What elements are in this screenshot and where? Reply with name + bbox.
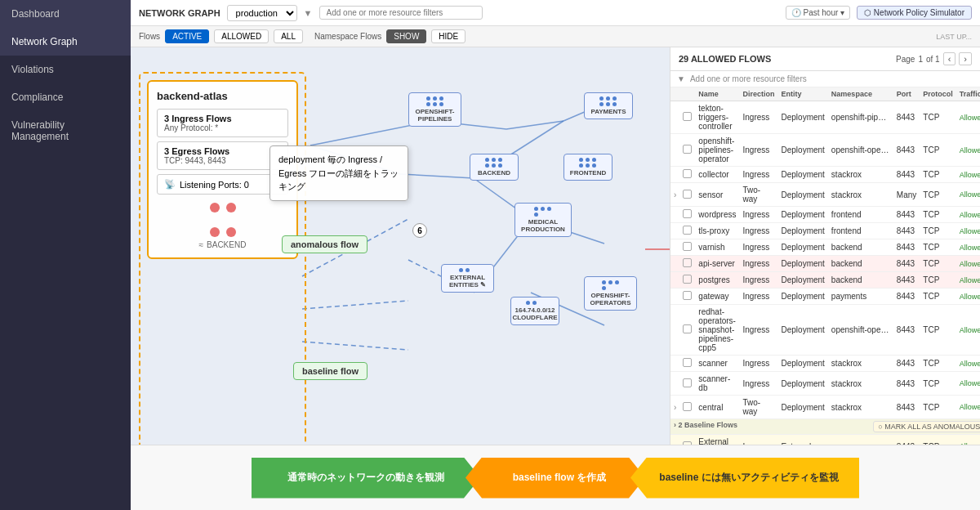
traffic-cell: Allowed	[956, 183, 980, 207]
checkbox-cell[interactable]	[679, 167, 695, 183]
node-backend[interactable]: BACKEND	[470, 154, 519, 181]
checkbox-cell[interactable]	[679, 272, 695, 289]
tab-hide[interactable]: HIDE	[431, 29, 466, 43]
port-cell: 8443	[893, 305, 920, 356]
network-graph[interactable]: backend-atlas 3 Ingress Flows Any Protoc…	[131, 47, 670, 445]
cb-cell[interactable]	[679, 435, 695, 445]
protocol-cell: TCP	[920, 207, 956, 223]
tab-show[interactable]: SHOW	[386, 29, 426, 43]
port-cell: Many	[893, 183, 920, 207]
proto-cell: TCP	[920, 435, 956, 445]
node-medical[interactable]: MEDICAL PRODUCTION	[514, 203, 572, 237]
direction-cell: Two-way	[739, 183, 777, 207]
entity-cell: Deployment	[778, 239, 828, 256]
node-dots-ops	[602, 280, 620, 290]
protocol-cell: TCP	[920, 356, 956, 372]
col-protocol: Protocol	[920, 87, 956, 101]
protocol-cell: TCP	[920, 239, 956, 256]
node-payments[interactable]: PAYMENTS	[584, 92, 633, 119]
port-cell: 8443	[893, 207, 920, 223]
direction-cell: Ingress	[739, 372, 777, 396]
table-row: gateway Ingress Deployment payments 8443…	[670, 289, 980, 305]
sidebar-item-vulnerability[interactable]: Vulnerability Management	[0, 111, 131, 150]
protocol-cell: TCP	[920, 256, 956, 272]
expand-cell	[670, 305, 679, 356]
baseline-callout: baseline flow	[293, 362, 368, 380]
pagination: Page 1 of 1 ‹ ›	[896, 52, 972, 65]
checkbox-cell[interactable]	[679, 372, 695, 396]
tab-active[interactable]: ACTIVE	[165, 29, 209, 43]
checkbox-cell[interactable]	[679, 256, 695, 272]
name-cell: openshift-pipelines-operator	[695, 134, 739, 167]
node-cloudflare[interactable]: 164.74.0.0/12 CLOUDFLARE	[510, 297, 559, 325]
name-cell: scanner	[695, 356, 739, 372]
checkbox-cell[interactable]	[679, 101, 695, 134]
checkbox-cell[interactable]	[679, 356, 695, 372]
sidebar-item-violations[interactable]: Violations	[0, 56, 131, 83]
sidebar-item-compliance[interactable]: Compliance	[0, 83, 131, 111]
port-cell: 8443	[893, 372, 920, 396]
badge-number: 6	[412, 223, 427, 238]
checkbox-cell[interactable]	[679, 134, 695, 167]
flows-label: Flows	[139, 32, 160, 41]
direction-cell: Ingress	[739, 167, 777, 183]
production-select[interactable]: production	[227, 5, 297, 21]
name-cell: tls-proxy	[695, 223, 739, 239]
namespace-cell: stackrox	[828, 372, 893, 396]
tooltip-box: deployment 毎の Ingress / Egress フローの詳細をトラ…	[270, 145, 408, 201]
filter-icon-flows: ▼	[677, 74, 685, 83]
name-cell: collector	[695, 167, 739, 183]
page-prev-btn[interactable]: ‹	[943, 52, 956, 65]
backend-region-label: ≈BACKEND	[157, 240, 288, 249]
node-openshift-pipelines[interactable]: OPENSHIFT-PIPELINES	[408, 92, 461, 127]
checkbox-cell[interactable]	[679, 239, 695, 256]
page-next-btn[interactable]: ›	[959, 52, 972, 65]
table-row: varnish Ingress Deployment backend 8443 …	[670, 239, 980, 256]
time-selector[interactable]: 🕐 Past hour ▾	[786, 6, 850, 20]
sidebar-item-dashboard[interactable]: Dashboard	[0, 0, 131, 28]
namespace-cell: stackrox	[828, 167, 893, 183]
traffic-cell: Allowed	[956, 134, 980, 167]
expand-cell	[670, 239, 679, 256]
node-dots-ext	[459, 268, 477, 272]
mark-anomalous-btn[interactable]: ○ MARK ALL AS ANOMALOUS	[873, 421, 980, 432]
protocol-cell: TCP	[920, 223, 956, 239]
node-openshift-operators[interactable]: OPENSHIFT-OPERATORS	[584, 276, 637, 311]
dot-red-4	[226, 227, 236, 237]
namespace-label: Namespace Flows	[314, 32, 381, 41]
tab-allowed[interactable]: ALLOWED	[214, 29, 269, 43]
protocol-cell: TCP	[920, 183, 956, 207]
checkbox-cell[interactable]	[679, 289, 695, 305]
ingress-flows-box: 3 Ingress Flows Any Protocol: *	[157, 109, 288, 137]
simulator-button[interactable]: ⬡ Network Policy Simulator	[857, 6, 972, 20]
traffic-cell: Allowed	[956, 272, 980, 289]
tab-all[interactable]: ALL	[274, 29, 303, 43]
entity-cell: Deployment	[778, 183, 828, 207]
namespace-cell: openshift-operators	[828, 305, 893, 356]
sidebar-item-network-graph[interactable]: Network Graph	[0, 28, 131, 56]
entity-cell: Deployment	[778, 223, 828, 239]
namespace-cell: stackrox	[828, 183, 893, 207]
checkbox-cell[interactable]	[679, 223, 695, 239]
expand-cell: ›	[670, 396, 679, 419]
node-external-entities[interactable]: EXTERNAL ENTITIES ✎	[441, 264, 494, 293]
checkbox-cell[interactable]	[679, 183, 695, 207]
node-frontend[interactable]: FRONTEND	[564, 154, 612, 181]
traffic-cell: Allowed	[956, 396, 980, 419]
protocol-cell: TCP	[920, 289, 956, 305]
name-cell: api-server	[695, 256, 739, 272]
checkbox-cell[interactable]	[679, 396, 695, 419]
checkbox-cell[interactable]	[679, 207, 695, 223]
expand-cell	[670, 134, 679, 167]
namespace-cell: frontend	[828, 207, 893, 223]
traffic-cell: Allowed	[956, 239, 980, 256]
protocol-cell: TCP	[920, 305, 956, 356]
col-port: Port	[893, 87, 920, 101]
namespace-cell: backend	[828, 256, 893, 272]
dir-cell: Ingress	[739, 435, 777, 445]
checkbox-cell[interactable]	[679, 305, 695, 356]
resource-filter-input[interactable]	[319, 6, 483, 20]
port-cell: 8443	[893, 223, 920, 239]
entity-cell: External	[778, 435, 828, 445]
arrow-yellow: baseline には無いアクティビティを監視	[630, 458, 859, 499]
